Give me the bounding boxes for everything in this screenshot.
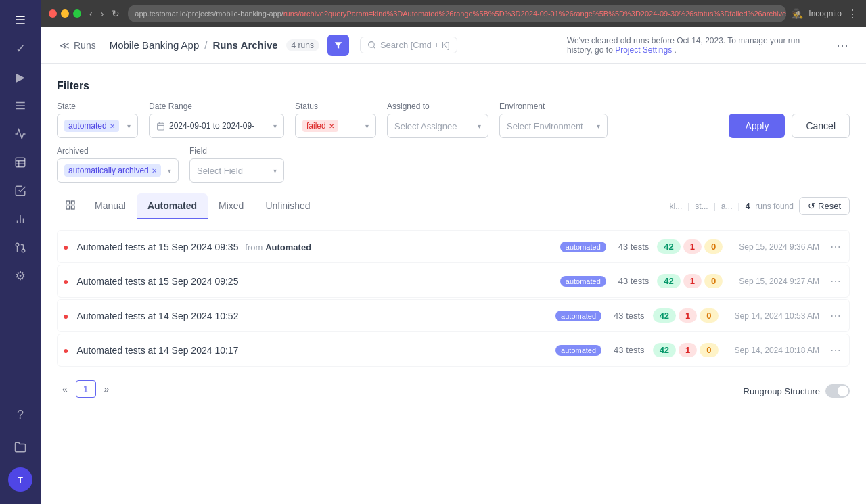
chrome-bar: ‹ › ↻ app.testomat.io/projects/mobile-ba… xyxy=(41,0,866,27)
date-filter[interactable]: 2024-09-01 to 2024-09- ▾ xyxy=(149,114,284,138)
run-title-text: Automated tests at 14 Sep 2024 10:17 xyxy=(76,345,238,356)
sidebar-icon-play[interactable]: ▶ xyxy=(8,65,32,89)
run-more-button[interactable]: ⋯ xyxy=(827,273,844,289)
tab-manual[interactable]: Manual xyxy=(84,193,137,219)
filters-row-1: State automated ✕ ▾ Date Range 2024-09-0… xyxy=(57,101,850,138)
tab-unfinished[interactable]: Unfinished xyxy=(254,193,321,219)
project-settings-link[interactable]: Project Settings xyxy=(615,45,672,55)
run-row[interactable]: ● Automated tests at 14 Sep 2024 10:52 a… xyxy=(57,299,850,332)
sidebar-icon-menu[interactable]: ☰ xyxy=(8,8,32,32)
field-chevron-icon: ▾ xyxy=(273,167,277,175)
incognito-icon: 🕵 xyxy=(792,8,803,19)
svg-point-13 xyxy=(369,42,375,48)
sidebar-icon-help[interactable]: ? xyxy=(8,403,32,427)
back-icon: ≪ xyxy=(60,40,70,51)
runs-found-label: runs found xyxy=(755,202,794,211)
state-label: State xyxy=(57,101,138,111)
sidebar-icon-check[interactable]: ✓ xyxy=(8,37,32,61)
rungroup-toggle: Rungroup Structure xyxy=(744,384,850,398)
svg-point-11 xyxy=(16,243,19,246)
chrome-menu-icon[interactable]: ⋮ xyxy=(847,7,858,20)
rungroup-label: Rungroup Structure xyxy=(744,386,820,396)
run-badge: automated xyxy=(555,345,601,356)
run-row[interactable]: ● Automated tests at 15 Sep 2024 09:35 f… xyxy=(57,230,850,263)
state-tag: automated ✕ xyxy=(64,120,119,132)
status-filter[interactable]: failed ✕ ▾ xyxy=(295,114,376,138)
assignee-filter[interactable]: Select Assignee ▾ xyxy=(387,114,488,138)
state-filter-group: State automated ✕ ▾ xyxy=(57,101,138,138)
chrome-refresh-button[interactable]: ↻ xyxy=(109,7,122,20)
search-bar[interactable]: Search [Cmd + K] xyxy=(360,37,457,53)
incognito-label: Incognito xyxy=(808,9,842,18)
pagination-prev-button[interactable]: « xyxy=(57,381,73,397)
run-status-failed-icon: ● xyxy=(63,311,68,321)
pagination-current-page[interactable]: 1 xyxy=(76,380,96,398)
run-row[interactable]: ● Automated tests at 14 Sep 2024 10:17 a… xyxy=(57,334,850,367)
archived-filter[interactable]: automatically archived ✕ ▾ xyxy=(57,158,179,183)
sidebar-icon-folder[interactable] xyxy=(8,435,32,459)
run-more-button[interactable]: ⋯ xyxy=(827,308,844,323)
date-filter-group: Date Range 2024-09-01 to 2024-09- ▾ xyxy=(149,101,284,138)
run-more-button[interactable]: ⋯ xyxy=(827,239,844,254)
tab-mixed[interactable]: Mixed xyxy=(208,193,254,219)
run-from-source: Automated xyxy=(265,242,311,252)
project-name: Mobile Banking App xyxy=(110,39,200,51)
stats-st: st... xyxy=(695,202,708,211)
sidebar-icon-settings[interactable]: ⚙ xyxy=(8,264,32,288)
status-remove-icon[interactable]: ✕ xyxy=(329,122,334,130)
sidebar-icon-list[interactable] xyxy=(8,93,32,118)
pagination: « 1 » xyxy=(57,380,850,403)
env-filter[interactable]: Select Environment ▾ xyxy=(499,114,608,138)
back-to-runs-button[interactable]: ≪ Runs xyxy=(54,37,101,53)
page-title: Runs Archive xyxy=(212,39,277,51)
chrome-forward-button[interactable]: › xyxy=(98,7,107,20)
sidebar-icon-user[interactable]: T xyxy=(8,467,32,492)
rungroup-toggle-switch[interactable] xyxy=(825,384,850,398)
svg-rect-3 xyxy=(16,158,25,167)
state-value: automated xyxy=(68,121,107,131)
url-path: runs/archive?queryParam=kind%3DAutomated… xyxy=(283,9,786,18)
field-placeholder: Select Field xyxy=(197,166,243,176)
sidebar-icon-barchart[interactable] xyxy=(8,207,32,231)
sidebar-icon-git[interactable] xyxy=(8,235,32,260)
chrome-url-bar[interactable]: app.testomat.io/projects/mobile-banking-… xyxy=(128,5,786,22)
cancel-button[interactable]: Cancel xyxy=(792,114,850,138)
chrome-back-button[interactable]: ‹ xyxy=(87,7,95,20)
notice-text: We've cleared old runs before Oct 14, 20… xyxy=(567,36,824,55)
archived-chevron-icon: ▾ xyxy=(168,167,171,175)
chrome-close-dot xyxy=(49,9,57,18)
filter-button[interactable] xyxy=(327,35,349,56)
run-status-failed-icon: ● xyxy=(63,242,68,252)
field-filter[interactable]: Select Field ▾ xyxy=(189,158,284,183)
state-filter[interactable]: automated ✕ ▾ xyxy=(57,114,138,138)
state-remove-icon[interactable]: ✕ xyxy=(110,122,115,130)
archived-remove-icon[interactable]: ✕ xyxy=(152,167,157,175)
run-more-button[interactable]: ⋯ xyxy=(827,342,844,358)
run-status-failed-icon: ● xyxy=(63,345,68,356)
run-title-text: Automated tests at 14 Sep 2024 10:52 xyxy=(76,311,238,321)
run-counts: 42 1 0 xyxy=(657,274,723,288)
assignee-placeholder: Select Assignee xyxy=(394,121,457,131)
stats-sep-1: | xyxy=(687,202,689,211)
sidebar-icon-export[interactable] xyxy=(8,179,32,203)
tab-icon-button[interactable] xyxy=(57,194,84,218)
pagination-section: « 1 » Rungroup Structure xyxy=(57,380,850,403)
runs-count-badge: 4 runs xyxy=(286,39,319,51)
run-tests-count: 43 tests xyxy=(618,276,650,286)
sidebar-icon-table[interactable] xyxy=(8,150,32,175)
assignee-filter-group: Assigned to Select Assignee ▾ xyxy=(387,101,488,138)
sidebar-icon-chart[interactable] xyxy=(8,122,32,146)
pagination-next-button[interactable]: » xyxy=(99,381,115,397)
run-count-red: 1 xyxy=(679,308,697,323)
tab-automated[interactable]: Automated xyxy=(137,193,208,219)
reset-button[interactable]: ↺ Reset xyxy=(799,197,850,215)
header-more-button[interactable]: ⋯ xyxy=(832,35,852,55)
chrome-window-controls xyxy=(49,9,81,18)
apply-button[interactable]: Apply xyxy=(729,114,785,138)
run-count-yellow: 0 xyxy=(700,308,718,323)
run-counts: 42 1 0 xyxy=(653,308,719,323)
run-title: Automated tests at 15 Sep 2024 09:25 xyxy=(76,276,551,287)
run-row[interactable]: ● Automated tests at 15 Sep 2024 09:25 a… xyxy=(57,265,850,298)
status-tag: failed ✕ xyxy=(302,120,338,132)
runs-found-count: 4 xyxy=(746,202,750,211)
